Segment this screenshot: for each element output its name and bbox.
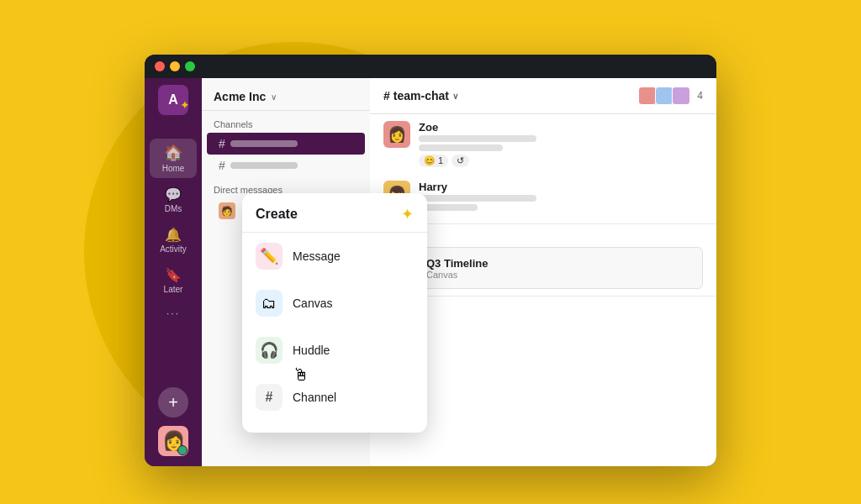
channel-hash-icon: # xyxy=(219,137,225,150)
channel-name-bar-2 xyxy=(230,162,298,169)
harry-text-bar-2 xyxy=(419,204,478,211)
create-canvas-item[interactable]: 🗂 Canvas xyxy=(242,280,427,327)
canvas-menu-icon: 🗂 xyxy=(256,290,283,317)
avatar-emoji: 👩 xyxy=(162,430,185,452)
chat-channel-label: team-chat xyxy=(394,89,449,102)
workspace-button[interactable]: A xyxy=(158,85,188,115)
channel-name-bar-active xyxy=(230,140,298,147)
close-button[interactable] xyxy=(155,61,165,71)
zoe-name: Zoe xyxy=(419,121,703,134)
chat-channel-chevron-icon: ∨ xyxy=(452,92,458,101)
member-avatar-2 xyxy=(655,87,673,105)
sidebar: A ✦ 🏠 Home 💬 DMs 🔔 Activity 🔖 Later xyxy=(145,78,202,466)
canvas-item-info: Q3 Timeline Canvas xyxy=(426,257,488,280)
harry-name: Harry xyxy=(419,181,703,193)
harry-message-content: Harry xyxy=(419,181,703,213)
member-avatar-3 xyxy=(672,87,690,105)
channel-menu-icon: # xyxy=(256,384,283,411)
member-count: 4 xyxy=(697,90,703,102)
chat-members: 4 xyxy=(638,87,703,105)
user-avatar[interactable]: 👩 xyxy=(158,426,188,456)
sidebar-item-activity[interactable]: 🔔 Activity xyxy=(150,222,197,259)
create-popup-header: Create ✦ xyxy=(242,205,427,233)
workspace-initial: A xyxy=(168,92,178,108)
reaction-emoji[interactable]: 😊 1 xyxy=(419,155,448,167)
lisa-avatar: 🧑 xyxy=(219,202,235,219)
harry-text-bar-1 xyxy=(419,195,536,202)
app-content: A ✦ 🏠 Home 💬 DMs 🔔 Activity 🔖 Later xyxy=(145,78,716,466)
create-huddle-label: Huddle xyxy=(293,344,330,357)
window-titlebar xyxy=(145,55,716,78)
channel-hash-icon-2: # xyxy=(219,159,225,172)
message-zoe: 👩 Zoe 😊 1 ↺ xyxy=(370,114,716,174)
create-channel-item[interactable]: # Channel xyxy=(242,374,427,421)
chat-header: # team-chat ∨ 4 xyxy=(370,78,716,114)
create-huddle-item[interactable]: 🎧 Huddle xyxy=(242,327,427,374)
create-channel-label: Channel xyxy=(293,391,336,404)
channel-item-1[interactable]: # xyxy=(207,133,365,155)
huddle-icon: 🎧 xyxy=(256,337,283,364)
create-canvas-label: Canvas xyxy=(293,297,332,310)
create-title: Create xyxy=(256,207,298,222)
zoe-text-bar-2 xyxy=(419,144,503,151)
zoe-reactions: 😊 1 ↺ xyxy=(419,155,703,167)
maximize-button[interactable] xyxy=(185,61,195,71)
zoe-message-content: Zoe 😊 1 ↺ xyxy=(419,121,703,167)
reaction-retry[interactable]: ↺ xyxy=(452,155,469,167)
member-avatar-1 xyxy=(638,87,657,105)
more-icon: ··· xyxy=(166,307,180,319)
workspace-name[interactable]: Acme Inc xyxy=(214,90,266,103)
channels-section-label: Channels xyxy=(202,111,370,133)
workspace-chevron-icon: ∨ xyxy=(271,92,277,102)
zoe-avatar: 👩 xyxy=(383,121,410,148)
chat-channel-name: # team-chat ∨ xyxy=(383,89,458,102)
canvas-label: Canvas ▾ xyxy=(383,231,703,242)
sidebar-item-label-activity: Activity xyxy=(160,244,187,254)
home-icon: 🏠 xyxy=(164,144,182,162)
create-popup: Create ✦ ✏️ Message 🗂 Canvas 🎧 Huddle # … xyxy=(242,193,427,433)
minimize-button[interactable] xyxy=(170,61,180,71)
sidebar-item-dms[interactable]: 💬 DMs xyxy=(150,181,197,218)
create-message-item[interactable]: ✏️ Message xyxy=(242,233,427,280)
sidebar-item-label-later: Later xyxy=(164,285,183,294)
sidebar-item-more[interactable]: ··· xyxy=(150,302,197,324)
later-icon: 🔖 xyxy=(165,267,182,283)
sidebar-item-home[interactable]: 🏠 Home xyxy=(150,139,197,178)
channels-header: Acme Inc ∨ xyxy=(202,78,370,111)
plus-icon: + xyxy=(168,394,178,411)
activity-icon: 🔔 xyxy=(165,227,182,243)
create-message-label: Message xyxy=(293,249,341,263)
zoe-text-bar-1 xyxy=(419,135,536,142)
canvas-item-type: Canvas xyxy=(426,270,488,280)
canvas-item[interactable]: Q3 Timeline Canvas xyxy=(383,247,703,289)
dms-icon: 💬 xyxy=(165,186,182,202)
create-sparkle-icon: ✦ xyxy=(401,205,414,223)
sidebar-item-label-dms: DMs xyxy=(165,204,182,213)
channel-item-2[interactable]: # xyxy=(207,155,365,176)
create-button[interactable]: + xyxy=(158,387,188,417)
sidebar-item-label-home: Home xyxy=(162,164,185,173)
message-icon: ✏️ xyxy=(256,243,283,270)
sidebar-item-later[interactable]: 🔖 Later xyxy=(150,262,197,299)
canvas-item-title: Q3 Timeline xyxy=(426,257,488,270)
app-window: A ✦ 🏠 Home 💬 DMs 🔔 Activity 🔖 Later xyxy=(145,55,716,466)
chat-hash-icon: # xyxy=(383,89,390,102)
